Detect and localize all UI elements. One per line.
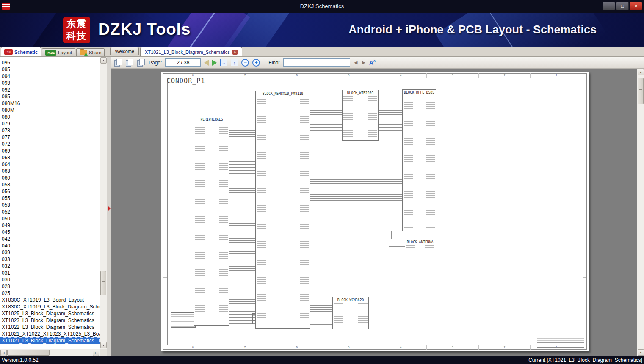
file-item[interactable]: 050	[0, 215, 100, 222]
file-item[interactable]: 053	[0, 202, 100, 208]
scroll-up-icon[interactable]: ▲	[100, 57, 107, 64]
file-item[interactable]: 063	[0, 168, 100, 175]
file-item[interactable]: XT830C_XT1019_L3_Board_Layout	[0, 297, 100, 303]
sidebar-vscroll-thumb[interactable]	[100, 271, 106, 295]
titlebar: DZKJ Schematics ─ □ ×	[0, 0, 644, 13]
find-input[interactable]	[283, 58, 350, 67]
page-label: Page:	[149, 60, 162, 66]
sidebar-collapse-icon[interactable]	[108, 206, 111, 211]
file-item[interactable]: 060	[0, 175, 100, 181]
wire-bundle	[229, 275, 255, 290]
tab-share[interactable]: Share	[76, 48, 105, 56]
font-small-glyph: a	[373, 59, 376, 63]
file-item[interactable]: 055	[0, 195, 100, 202]
file-item[interactable]: 094	[0, 73, 100, 80]
tab-schematic[interactable]: PDF Schematic	[1, 47, 41, 56]
file-item[interactable]: XT1023_L3_Block_Diagram_Schematics	[0, 317, 100, 324]
sidebar-hscroll-thumb[interactable]	[7, 350, 50, 356]
file-item[interactable]: XT1021_XT1022_XT1023_XT1025_L3_Board_L	[0, 331, 100, 337]
file-item[interactable]: XT830C_XT1019_L3_Block_Diagram_Schemat	[0, 303, 100, 310]
page-view-icon[interactable]	[137, 59, 145, 67]
schematic-block-label: PERIPHERALS	[194, 118, 229, 122]
page-number-input[interactable]	[165, 58, 201, 67]
file-item[interactable]: 078	[0, 127, 100, 134]
scroll-right-icon[interactable]: ►	[93, 350, 99, 356]
file-item[interactable]: 095	[0, 66, 100, 73]
file-item[interactable]: 031	[0, 270, 100, 276]
tab-share-label: Share	[89, 50, 101, 55]
file-item[interactable]: 096	[0, 59, 100, 66]
file-item[interactable]: 028	[0, 283, 100, 290]
file-item[interactable]: 072	[0, 141, 100, 147]
file-item[interactable]: 032	[0, 263, 100, 270]
wire-bundle	[310, 124, 342, 132]
fit-page-icon[interactable]: ↕	[231, 59, 238, 66]
file-item[interactable]: 085	[0, 93, 100, 100]
file-item[interactable]: 056	[0, 188, 100, 195]
wire	[389, 246, 389, 308]
find-next-icon[interactable]: ▶	[362, 60, 366, 65]
file-item[interactable]: 045	[0, 229, 100, 236]
file-item[interactable]: 069	[0, 147, 100, 154]
minimize-button[interactable]: ─	[603, 2, 615, 10]
sidebar-horizontal-scrollbar[interactable]: ◄ ►	[0, 349, 100, 356]
file-item[interactable]: XT1021_L3_Block_Diagram_Schematics	[0, 337, 100, 344]
font-large-glyph: A	[369, 59, 373, 66]
file-item[interactable]: 049	[0, 222, 100, 229]
file-item[interactable]: 080M	[0, 107, 100, 114]
file-item[interactable]: 042	[0, 236, 100, 242]
file-item[interactable]: 064	[0, 161, 100, 168]
wire-bundle	[229, 205, 255, 222]
file-item[interactable]: 030	[0, 276, 100, 283]
wire-bundle	[310, 100, 342, 122]
doc-tab-current-label: XT1021_L3_Block_Diagram_Schematics	[145, 50, 230, 55]
zoom-in-icon[interactable]: +	[252, 59, 260, 67]
copy-page-icon[interactable]	[114, 59, 122, 67]
viewer-vertical-scrollbar[interactable]: ▲ ▼	[637, 69, 644, 356]
file-item[interactable]: 052	[0, 208, 100, 215]
file-item[interactable]: XT1022_L3_Block_Diagram_Schematics	[0, 324, 100, 331]
file-item[interactable]: 077	[0, 134, 100, 141]
sidebar: 096095094093092085080M16080M080079078077…	[0, 57, 107, 356]
previous-page-button[interactable]	[204, 60, 209, 66]
sidebar-splitter[interactable]	[108, 57, 111, 356]
file-item[interactable]: 079	[0, 120, 100, 127]
file-item[interactable]: 092	[0, 86, 100, 93]
wire-bundle	[229, 251, 255, 272]
maximize-button[interactable]: □	[616, 2, 629, 10]
scroll-down-icon[interactable]: ▼	[100, 342, 107, 348]
file-item[interactable]: 068	[0, 154, 100, 161]
scroll-up-icon[interactable]: ▲	[638, 69, 644, 75]
doc-tab-current[interactable]: XT1021_L3_Block_Diagram_Schematics ×	[140, 47, 242, 56]
wire	[395, 231, 395, 239]
header-banner: 东震 科技 DZKJ Tools Android + iPhone & PCB …	[0, 13, 644, 47]
tab-layout[interactable]: PADS Layout	[42, 48, 75, 56]
next-page-button[interactable]	[212, 60, 217, 66]
file-item[interactable]: 058	[0, 181, 100, 188]
pdf-viewer[interactable]: 87654321 87654321 CONDOR_P1	[111, 69, 644, 356]
viewer-vscroll-thumb[interactable]	[638, 78, 644, 104]
sidebar-vertical-scrollbar[interactable]: ▲ ▼	[100, 57, 107, 349]
current-document-text: Current [XT1021_L3_Block_Diagram_Schemat…	[528, 357, 642, 363]
scroll-down-icon[interactable]: ▼	[638, 349, 644, 356]
doc-tab-welcome[interactable]: Welcome	[110, 47, 139, 55]
tab-close-icon[interactable]: ×	[232, 50, 238, 55]
file-item[interactable]: 080M16	[0, 100, 100, 107]
fit-width-icon[interactable]: ↔	[220, 59, 227, 66]
wire-bundle	[229, 161, 255, 175]
file-item[interactable]: 025	[0, 290, 100, 297]
scroll-left-icon[interactable]: ◄	[0, 350, 7, 356]
zoom-out-icon[interactable]: −	[241, 59, 249, 67]
wire	[389, 246, 405, 247]
file-item[interactable]: 040	[0, 242, 100, 249]
close-button[interactable]: ×	[630, 2, 642, 10]
snapshot-icon[interactable]	[126, 59, 134, 67]
wire-bundle	[310, 179, 402, 212]
font-size-icon[interactable]: Aa	[369, 59, 376, 66]
find-previous-icon[interactable]: ◀	[354, 60, 358, 65]
file-item[interactable]: 093	[0, 80, 100, 86]
file-item[interactable]: XT1025_L3_Block_Diagram_Schematics	[0, 310, 100, 317]
file-item[interactable]: 080	[0, 114, 100, 120]
file-item[interactable]: 033	[0, 256, 100, 263]
file-item[interactable]: 039	[0, 249, 100, 256]
